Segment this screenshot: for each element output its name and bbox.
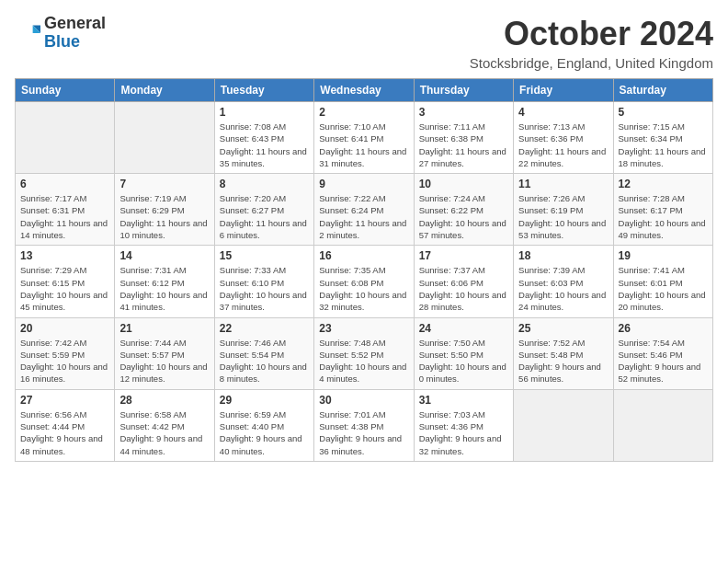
day-number: 4	[518, 106, 608, 119]
day-of-week-header: Saturday	[613, 79, 712, 102]
day-of-week-header: Sunday	[16, 79, 115, 102]
month-title: October 2024	[470, 15, 713, 53]
day-info: Sunrise: 7:19 AM Sunset: 6:29 PM Dayligh…	[119, 192, 209, 241]
calendar-cell: 29Sunrise: 6:59 AM Sunset: 4:40 PM Dayli…	[214, 389, 313, 461]
calendar-cell: 18Sunrise: 7:39 AM Sunset: 6:03 PM Dayli…	[514, 246, 613, 317]
day-info: Sunrise: 7:44 AM Sunset: 5:57 PM Dayligh…	[119, 337, 209, 385]
calendar-cell	[16, 102, 115, 174]
day-info: Sunrise: 7:50 AM Sunset: 5:50 PM Dayligh…	[419, 337, 508, 385]
day-info: Sunrise: 7:54 AM Sunset: 5:46 PM Dayligh…	[619, 337, 708, 385]
calendar-cell: 1Sunrise: 7:08 AM Sunset: 6:43 PM Daylig…	[214, 102, 313, 174]
calendar-cell: 17Sunrise: 7:37 AM Sunset: 6:06 PM Dayli…	[414, 246, 513, 317]
day-number: 27	[20, 394, 109, 407]
page-header: General Blue October 2024 Stocksbridge, …	[15, 15, 713, 71]
day-number: 19	[619, 249, 708, 262]
day-info: Sunrise: 7:31 AM Sunset: 6:12 PM Dayligh…	[119, 264, 209, 313]
day-number: 20	[20, 322, 109, 335]
day-info: Sunrise: 7:33 AM Sunset: 6:10 PM Dayligh…	[220, 264, 309, 313]
day-number: 14	[119, 249, 209, 262]
day-number: 16	[319, 249, 408, 262]
calendar-cell: 15Sunrise: 7:33 AM Sunset: 6:10 PM Dayli…	[214, 246, 313, 317]
day-number: 18	[518, 249, 608, 262]
day-info: Sunrise: 7:37 AM Sunset: 6:06 PM Dayligh…	[419, 264, 508, 313]
day-info: Sunrise: 7:03 AM Sunset: 4:36 PM Dayligh…	[419, 408, 508, 457]
calendar-cell: 22Sunrise: 7:46 AM Sunset: 5:54 PM Dayli…	[214, 317, 313, 389]
calendar-cell: 28Sunrise: 6:58 AM Sunset: 4:42 PM Dayli…	[115, 389, 214, 461]
calendar-cell	[115, 102, 214, 174]
calendar-cell: 3Sunrise: 7:11 AM Sunset: 6:38 PM Daylig…	[414, 102, 513, 174]
calendar-week-row: 27Sunrise: 6:56 AM Sunset: 4:44 PM Dayli…	[16, 389, 713, 461]
day-number: 8	[220, 178, 309, 190]
day-number: 21	[119, 322, 209, 335]
day-info: Sunrise: 7:28 AM Sunset: 6:17 PM Dayligh…	[619, 192, 708, 241]
day-number: 26	[619, 322, 708, 335]
day-number: 6	[20, 178, 109, 190]
calendar-cell: 30Sunrise: 7:01 AM Sunset: 4:38 PM Dayli…	[314, 389, 414, 461]
day-number: 3	[419, 106, 508, 119]
day-info: Sunrise: 7:10 AM Sunset: 6:41 PM Dayligh…	[319, 121, 408, 169]
calendar-cell: 14Sunrise: 7:31 AM Sunset: 6:12 PM Dayli…	[115, 246, 214, 317]
calendar-cell: 11Sunrise: 7:26 AM Sunset: 6:19 PM Dayli…	[514, 174, 613, 246]
day-of-week-header: Friday	[514, 79, 613, 102]
day-info: Sunrise: 7:08 AM Sunset: 6:43 PM Dayligh…	[220, 121, 309, 169]
day-of-week-header: Monday	[115, 79, 214, 102]
day-number: 22	[220, 322, 309, 335]
day-number: 7	[119, 178, 209, 190]
calendar-cell: 20Sunrise: 7:42 AM Sunset: 5:59 PM Dayli…	[16, 317, 115, 389]
day-info: Sunrise: 7:35 AM Sunset: 6:08 PM Dayligh…	[319, 264, 408, 313]
day-number: 13	[20, 249, 109, 262]
day-number: 11	[518, 178, 608, 190]
day-info: Sunrise: 7:26 AM Sunset: 6:19 PM Dayligh…	[518, 192, 608, 241]
day-number: 30	[319, 394, 408, 407]
day-info: Sunrise: 6:58 AM Sunset: 4:42 PM Dayligh…	[119, 408, 209, 457]
calendar-header-row: SundayMondayTuesdayWednesdayThursdayFrid…	[16, 79, 713, 102]
calendar-cell: 21Sunrise: 7:44 AM Sunset: 5:57 PM Dayli…	[115, 317, 214, 389]
logo-blue-text: Blue	[44, 32, 80, 51]
calendar-cell: 25Sunrise: 7:52 AM Sunset: 5:48 PM Dayli…	[514, 317, 613, 389]
day-number: 2	[319, 106, 408, 119]
day-number: 10	[419, 178, 508, 190]
calendar-cell: 24Sunrise: 7:50 AM Sunset: 5:50 PM Dayli…	[414, 317, 513, 389]
day-number: 24	[419, 322, 508, 335]
calendar-cell	[514, 389, 613, 461]
day-number: 23	[319, 322, 408, 335]
day-info: Sunrise: 7:52 AM Sunset: 5:48 PM Dayligh…	[518, 337, 608, 385]
day-info: Sunrise: 7:29 AM Sunset: 6:15 PM Dayligh…	[20, 264, 109, 313]
calendar-week-row: 1Sunrise: 7:08 AM Sunset: 6:43 PM Daylig…	[16, 102, 713, 174]
logo-icon	[15, 20, 40, 46]
calendar-cell: 23Sunrise: 7:48 AM Sunset: 5:52 PM Dayli…	[314, 317, 414, 389]
day-info: Sunrise: 7:22 AM Sunset: 6:24 PM Dayligh…	[319, 192, 408, 241]
day-info: Sunrise: 7:39 AM Sunset: 6:03 PM Dayligh…	[518, 264, 608, 313]
day-number: 12	[619, 178, 708, 190]
day-number: 5	[619, 106, 708, 119]
logo-general-text: General	[44, 14, 106, 32]
day-number: 1	[220, 106, 309, 119]
calendar-week-row: 6Sunrise: 7:17 AM Sunset: 6:31 PM Daylig…	[16, 174, 713, 246]
day-info: Sunrise: 7:11 AM Sunset: 6:38 PM Dayligh…	[419, 121, 508, 169]
calendar-cell: 16Sunrise: 7:35 AM Sunset: 6:08 PM Dayli…	[314, 246, 414, 317]
day-info: Sunrise: 7:41 AM Sunset: 6:01 PM Dayligh…	[619, 264, 708, 313]
day-info: Sunrise: 7:01 AM Sunset: 4:38 PM Dayligh…	[319, 408, 408, 457]
day-info: Sunrise: 7:13 AM Sunset: 6:36 PM Dayligh…	[518, 121, 608, 169]
calendar-cell: 2Sunrise: 7:10 AM Sunset: 6:41 PM Daylig…	[314, 102, 414, 174]
day-number: 28	[119, 394, 209, 407]
title-block: October 2024 Stocksbridge, England, Unit…	[470, 15, 713, 71]
day-info: Sunrise: 7:46 AM Sunset: 5:54 PM Dayligh…	[220, 337, 309, 385]
calendar-cell: 4Sunrise: 7:13 AM Sunset: 6:36 PM Daylig…	[514, 102, 613, 174]
calendar-week-row: 13Sunrise: 7:29 AM Sunset: 6:15 PM Dayli…	[16, 246, 713, 317]
day-number: 25	[518, 322, 608, 335]
day-info: Sunrise: 7:15 AM Sunset: 6:34 PM Dayligh…	[619, 121, 708, 169]
day-info: Sunrise: 6:59 AM Sunset: 4:40 PM Dayligh…	[220, 408, 309, 457]
day-info: Sunrise: 7:20 AM Sunset: 6:27 PM Dayligh…	[220, 192, 309, 241]
day-info: Sunrise: 7:42 AM Sunset: 5:59 PM Dayligh…	[20, 337, 109, 385]
calendar-body: 1Sunrise: 7:08 AM Sunset: 6:43 PM Daylig…	[16, 102, 713, 462]
calendar-cell: 31Sunrise: 7:03 AM Sunset: 4:36 PM Dayli…	[414, 389, 513, 461]
day-number: 9	[319, 178, 408, 190]
calendar-cell: 5Sunrise: 7:15 AM Sunset: 6:34 PM Daylig…	[613, 102, 712, 174]
day-number: 31	[419, 394, 508, 407]
calendar-table: SundayMondayTuesdayWednesdayThursdayFrid…	[15, 78, 713, 462]
day-of-week-header: Tuesday	[214, 79, 313, 102]
calendar-cell: 12Sunrise: 7:28 AM Sunset: 6:17 PM Dayli…	[613, 174, 712, 246]
calendar-cell: 27Sunrise: 6:56 AM Sunset: 4:44 PM Dayli…	[16, 389, 115, 461]
calendar-cell: 8Sunrise: 7:20 AM Sunset: 6:27 PM Daylig…	[214, 174, 313, 246]
